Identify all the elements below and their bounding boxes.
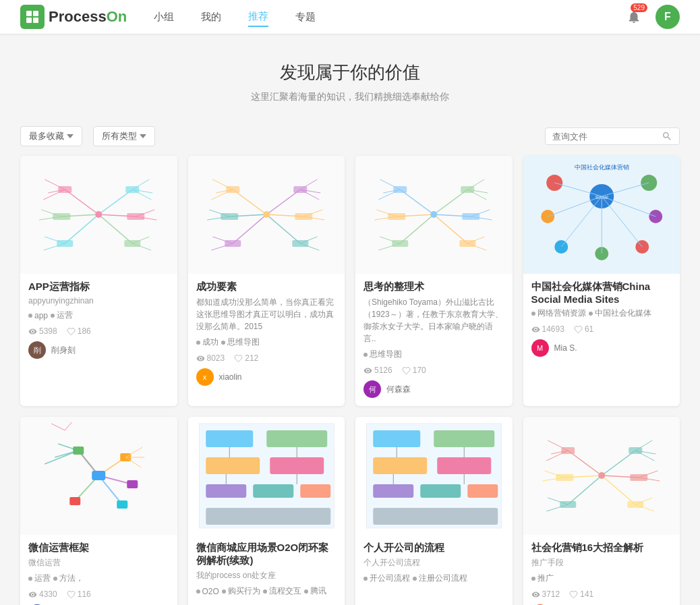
notification-button[interactable]: 529 <box>622 5 646 29</box>
tag: 方法， <box>53 573 84 584</box>
user-name-label: 何森森 <box>386 384 411 395</box>
svg-rect-57 <box>292 240 308 247</box>
card-thumbnail <box>188 156 345 274</box>
tag: app <box>28 310 48 321</box>
tag: 网络营销资源 <box>531 308 586 319</box>
tag-label: 思维导图 <box>370 349 402 360</box>
tag-label: 运营 <box>57 310 73 321</box>
card-stats: 3712 141 <box>531 589 672 599</box>
svg-rect-137 <box>373 457 427 474</box>
svg-line-32 <box>266 190 300 214</box>
tag-dot-icon <box>196 589 200 594</box>
svg-line-31 <box>233 190 266 214</box>
tag-label: 网络营销资源 <box>537 308 586 319</box>
svg-line-148 <box>602 451 635 476</box>
like-count: 186 <box>67 326 91 336</box>
card-thumbnail <box>523 417 680 535</box>
card-footer: x xiaolin <box>196 368 337 386</box>
card-8[interactable]: 社会化营销16大招全解析 推广手段 推广 3712 141 元 元 <box>523 417 680 605</box>
user-avatar-small: x <box>196 368 214 386</box>
svg-rect-52 <box>226 186 239 193</box>
nav-item-mine[interactable]: 我的 <box>201 8 221 26</box>
svg-rect-122 <box>206 430 253 447</box>
type-filter-button[interactable]: 所有类型 <box>93 126 155 146</box>
svg-rect-142 <box>373 508 498 525</box>
tag: 成功 <box>196 337 218 348</box>
svg-line-5 <box>98 190 132 214</box>
svg-rect-25 <box>58 186 71 193</box>
card-title: 微信商城应用场景O2O闭环案例解析(续致) <box>196 542 337 567</box>
svg-rect-79 <box>393 186 407 193</box>
card-author: appyunyingzhinan <box>28 296 169 306</box>
tag: 运营 <box>51 310 73 321</box>
card-tags: 思维导图 <box>363 349 504 360</box>
svg-rect-136 <box>434 430 494 447</box>
search-input[interactable] <box>552 132 662 142</box>
card-thumbnail <box>355 156 513 274</box>
card-title: 微信运营框架 <box>28 542 169 554</box>
svg-line-59 <box>434 190 467 214</box>
svg-rect-81 <box>388 213 405 220</box>
svg-rect-29 <box>57 240 73 247</box>
svg-rect-1 <box>33 11 38 16</box>
card-7[interactable]: 个人开公司的流程 个人开公司流程 开公司流程 注册公司流程 <box>355 417 513 605</box>
sort-filter-label: 最多收藏 <box>29 130 64 142</box>
nav-item-recommend[interactable]: 推荐 <box>248 7 268 27</box>
svg-rect-124 <box>206 457 260 474</box>
card-tags: app 运营 <box>28 310 169 321</box>
tag-dot-icon <box>589 312 593 316</box>
logo[interactable]: ProcessOn <box>20 5 127 29</box>
hero-section: 发现属于你的价值 这里汇聚着海量的知识，我们精挑细选奉献给你 <box>0 34 700 117</box>
svg-point-51 <box>263 211 270 218</box>
user-avatar[interactable]: F <box>655 5 680 29</box>
card-thumbnail <box>20 417 177 535</box>
card-footer: M Mia S. <box>531 339 672 357</box>
svg-rect-54 <box>221 213 238 220</box>
tag-dot-icon <box>531 577 535 581</box>
card-1[interactable]: APP运营指标 appyunyingzhinan app 运营 5398 186 <box>20 156 177 406</box>
tag-label: 中国社会化媒体 <box>595 308 651 319</box>
card-body: 思考的整理术 （Shigehiko Toyama）外山滋比古比（1923～）著，… <box>355 274 513 406</box>
svg-rect-138 <box>437 457 491 474</box>
card-4[interactable]: 中国社会化媒体营销 Social 中国社会化媒体营销China Social M… <box>523 156 680 406</box>
svg-rect-55 <box>295 213 312 220</box>
svg-rect-126 <box>206 484 246 498</box>
card-stats: 8023 212 <box>196 353 337 363</box>
card-thumbnail <box>355 417 513 535</box>
logo-icon <box>20 5 45 29</box>
tag: 腾讯 <box>304 585 326 597</box>
nav-item-topic[interactable]: 专题 <box>295 8 316 26</box>
card-5[interactable]: 微信运营框架 微信运营 运营 方法， 4330 116 村 村 <box>20 417 177 605</box>
tag-label: 推广 <box>537 573 554 584</box>
tag-dot-icon <box>363 577 368 581</box>
tag: 开公司流程 <box>363 573 410 584</box>
card-tags: 推广 <box>531 573 672 584</box>
card-tags: O2O 购买行为 流程交互 腾讯 <box>196 585 337 597</box>
svg-rect-27 <box>53 213 70 220</box>
tag-dot-icon <box>413 577 417 581</box>
card-title: 个人开公司的流程 <box>363 542 504 554</box>
svg-rect-123 <box>266 430 327 447</box>
tag-dot-icon <box>263 589 267 594</box>
tag-dot-icon <box>28 577 32 581</box>
view-count: 5126 <box>363 366 392 375</box>
tag: 中国社会化媒体 <box>589 308 651 319</box>
svg-rect-128 <box>300 484 330 498</box>
like-count: 141 <box>569 589 593 599</box>
card-3[interactable]: 思考的整理术 （Shigehiko Toyama）外山滋比古比（1923～）著，… <box>355 156 513 406</box>
like-count: 61 <box>574 324 593 334</box>
card-2[interactable]: 成功要素 都知道成功没那么简单，当你真正看完这张思维导图才真正可以明白，成功真没… <box>188 156 345 406</box>
svg-rect-169 <box>629 447 642 454</box>
card-title: 中国社会化媒体营销China Social Media Sites <box>531 281 672 305</box>
filter-bar: 最多收藏 所有类型 <box>0 117 700 156</box>
user-avatar-small: 何 <box>363 380 381 398</box>
svg-rect-141 <box>467 484 498 498</box>
card-6[interactable]: 微信商城应用场景O2O闭环案例解析(续致) 我的process on处女座 O2… <box>188 417 345 605</box>
svg-rect-56 <box>225 240 241 247</box>
nav-item-group[interactable]: 小组 <box>154 8 174 26</box>
card-body: 微信运营框架 微信运营 运营 方法， 4330 116 村 村 <box>20 535 177 605</box>
search-icon <box>662 131 672 142</box>
sort-filter-button[interactable]: 最多收藏 <box>20 126 82 146</box>
card-tags: 成功 思维导图 <box>196 337 337 348</box>
tag-dot-icon <box>363 353 368 357</box>
